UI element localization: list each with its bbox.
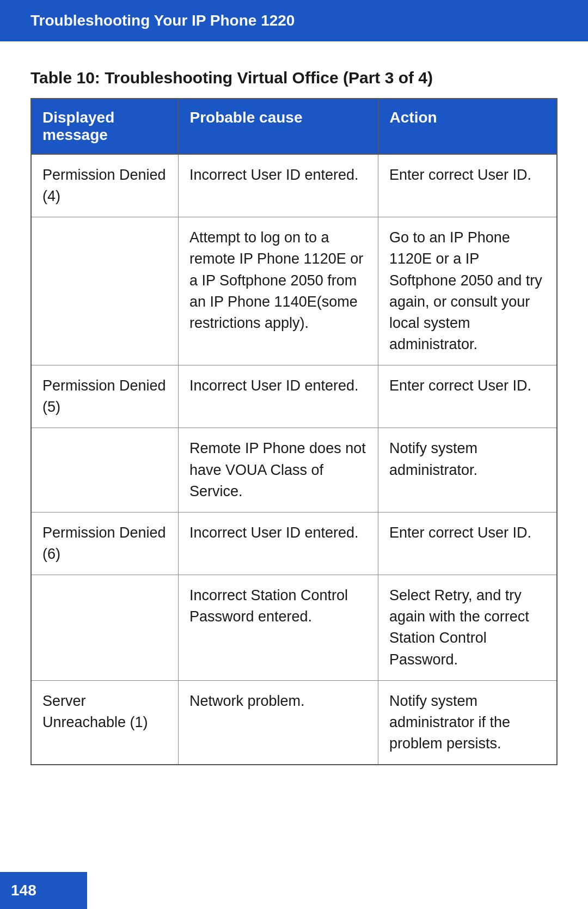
cell-probable: Remote IP Phone does not have VOUA Class… (178, 428, 378, 512)
col-header-action: Action (378, 99, 557, 154)
cell-probable: Attempt to log on to a remote IP Phone 1… (178, 217, 378, 365)
cell-probable: Incorrect User ID entered. (178, 512, 378, 575)
troubleshooting-table: Displayed message Probable cause Action … (30, 98, 558, 765)
table-row: Attempt to log on to a remote IP Phone 1… (31, 217, 557, 365)
cell-action: Go to an IP Phone 1120E or a IP Softphon… (378, 217, 557, 365)
col-header-probable: Probable cause (178, 99, 378, 154)
cell-displayed: Permission Denied (5) (31, 365, 178, 428)
footer-bar: 148 (0, 872, 87, 909)
cell-action: Enter correct User ID. (378, 365, 557, 428)
cell-action: Enter correct User ID. (378, 512, 557, 575)
cell-action: Notify system administrator. (378, 428, 557, 512)
cell-displayed: Permission Denied (6) (31, 512, 178, 575)
table-header-row: Displayed message Probable cause Action (31, 99, 557, 154)
table-row: Server Unreachable (1)Network problem.No… (31, 680, 557, 765)
cell-probable: Network problem. (178, 680, 378, 765)
page-content: Table 10: Troubleshooting Virtual Office… (0, 69, 588, 765)
header-title: Troubleshooting Your IP Phone 1220 (30, 12, 295, 29)
col-header-displayed: Displayed message (31, 99, 178, 154)
page-number: 148 (11, 882, 36, 899)
cell-displayed: Permission Denied (4) (31, 154, 178, 217)
cell-displayed (31, 428, 178, 512)
table-row: Remote IP Phone does not have VOUA Class… (31, 428, 557, 512)
cell-action: Select Retry, and try again with the cor… (378, 575, 557, 681)
cell-action: Notify system administrator if the probl… (378, 680, 557, 765)
table-row: Permission Denied (6)Incorrect User ID e… (31, 512, 557, 575)
cell-probable: Incorrect Station Control Password enter… (178, 575, 378, 681)
cell-displayed: Server Unreachable (1) (31, 680, 178, 765)
header-bar: Troubleshooting Your IP Phone 1220 (0, 0, 588, 41)
cell-probable: Incorrect User ID entered. (178, 365, 378, 428)
table-row: Permission Denied (5)Incorrect User ID e… (31, 365, 557, 428)
cell-action: Enter correct User ID. (378, 154, 557, 217)
cell-probable: Incorrect User ID entered. (178, 154, 378, 217)
cell-displayed (31, 575, 178, 681)
table-title: Table 10: Troubleshooting Virtual Office… (30, 69, 558, 87)
cell-displayed (31, 217, 178, 365)
table-row: Permission Denied (4)Incorrect User ID e… (31, 154, 557, 217)
table-row: Incorrect Station Control Password enter… (31, 575, 557, 681)
